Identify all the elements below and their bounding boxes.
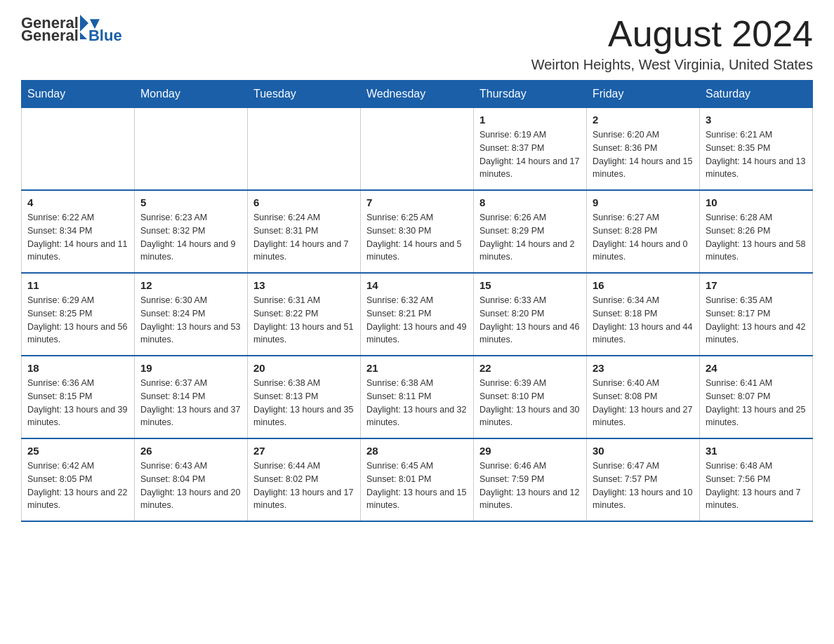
day-info: Sunrise: 6:34 AM Sunset: 8:18 PM Dayligh… xyxy=(593,294,694,347)
table-row: 21Sunrise: 6:38 AM Sunset: 8:11 PM Dayli… xyxy=(361,356,474,438)
day-info: Sunrise: 6:19 AM Sunset: 8:37 PM Dayligh… xyxy=(479,128,581,181)
day-number: 24 xyxy=(706,362,807,374)
day-info: Sunrise: 6:47 AM Sunset: 7:57 PM Dayligh… xyxy=(593,459,694,512)
table-row: 6Sunrise: 6:24 AM Sunset: 8:31 PM Daylig… xyxy=(248,190,361,273)
day-number: 21 xyxy=(366,362,468,374)
table-row: 10Sunrise: 6:28 AM Sunset: 8:26 PM Dayli… xyxy=(700,190,813,273)
table-row: 29Sunrise: 6:46 AM Sunset: 7:59 PM Dayli… xyxy=(474,438,587,521)
day-info: Sunrise: 6:39 AM Sunset: 8:10 PM Dayligh… xyxy=(479,377,581,429)
day-number: 30 xyxy=(593,445,694,457)
table-row: 2Sunrise: 6:20 AM Sunset: 8:36 PM Daylig… xyxy=(587,108,700,191)
table-row: 15Sunrise: 6:33 AM Sunset: 8:20 PM Dayli… xyxy=(474,273,587,356)
day-number: 12 xyxy=(140,279,241,291)
logo-blue-text: Blue xyxy=(88,27,122,45)
col-wednesday: Wednesday xyxy=(361,81,474,108)
day-number: 9 xyxy=(593,196,694,208)
day-number: 25 xyxy=(27,445,128,457)
calendar-week-row: 11Sunrise: 6:29 AM Sunset: 8:25 PM Dayli… xyxy=(22,273,813,356)
table-row: 9Sunrise: 6:27 AM Sunset: 8:28 PM Daylig… xyxy=(587,190,700,273)
table-row: 18Sunrise: 6:36 AM Sunset: 8:15 PM Dayli… xyxy=(22,356,135,438)
day-info: Sunrise: 6:44 AM Sunset: 8:02 PM Dayligh… xyxy=(253,459,355,512)
day-number: 1 xyxy=(479,114,581,126)
title-area: August 2024 Weirton Heights, West Virgin… xyxy=(531,14,813,73)
table-row: 12Sunrise: 6:30 AM Sunset: 8:24 PM Dayli… xyxy=(135,273,248,356)
table-row: 13Sunrise: 6:31 AM Sunset: 8:22 PM Dayli… xyxy=(248,273,361,356)
col-saturday: Saturday xyxy=(700,81,813,108)
day-number: 3 xyxy=(706,114,807,126)
table-row: 26Sunrise: 6:43 AM Sunset: 8:04 PM Dayli… xyxy=(135,438,248,521)
table-row: 23Sunrise: 6:40 AM Sunset: 8:08 PM Dayli… xyxy=(587,356,700,438)
day-info: Sunrise: 6:21 AM Sunset: 8:35 PM Dayligh… xyxy=(706,128,807,181)
day-number: 6 xyxy=(253,196,355,208)
day-number: 20 xyxy=(253,362,355,374)
col-tuesday: Tuesday xyxy=(248,81,361,108)
day-info: Sunrise: 6:20 AM Sunset: 8:36 PM Dayligh… xyxy=(593,128,694,181)
table-row xyxy=(135,108,248,191)
day-number: 29 xyxy=(479,445,581,457)
table-row: 20Sunrise: 6:38 AM Sunset: 8:13 PM Dayli… xyxy=(248,356,361,438)
table-row: 25Sunrise: 6:42 AM Sunset: 8:05 PM Dayli… xyxy=(22,438,135,521)
logo-general-text2: General xyxy=(21,27,79,45)
day-number: 2 xyxy=(593,114,694,126)
day-number: 7 xyxy=(366,196,468,208)
table-row: 17Sunrise: 6:35 AM Sunset: 8:17 PM Dayli… xyxy=(700,273,813,356)
calendar-week-row: 25Sunrise: 6:42 AM Sunset: 8:05 PM Dayli… xyxy=(22,438,813,521)
location-title: Weirton Heights, West Virginia, United S… xyxy=(531,57,813,73)
day-info: Sunrise: 6:35 AM Sunset: 8:17 PM Dayligh… xyxy=(706,294,807,347)
table-row: 27Sunrise: 6:44 AM Sunset: 8:02 PM Dayli… xyxy=(248,438,361,521)
day-number: 4 xyxy=(27,196,128,208)
day-number: 15 xyxy=(479,279,581,291)
day-info: Sunrise: 6:22 AM Sunset: 8:34 PM Dayligh… xyxy=(27,211,128,264)
header: General General Blue August 2024 Weirton… xyxy=(21,14,813,73)
day-info: Sunrise: 6:40 AM Sunset: 8:08 PM Dayligh… xyxy=(593,377,694,429)
day-number: 17 xyxy=(706,279,807,291)
table-row: 1Sunrise: 6:19 AM Sunset: 8:37 PM Daylig… xyxy=(474,108,587,191)
logo-chevron-icon xyxy=(80,32,87,39)
day-info: Sunrise: 6:37 AM Sunset: 8:14 PM Dayligh… xyxy=(140,377,241,429)
day-number: 28 xyxy=(366,445,468,457)
day-number: 27 xyxy=(253,445,355,457)
day-number: 16 xyxy=(593,279,694,291)
day-number: 13 xyxy=(253,279,355,291)
day-number: 26 xyxy=(140,445,241,457)
table-row: 11Sunrise: 6:29 AM Sunset: 8:25 PM Dayli… xyxy=(22,273,135,356)
day-info: Sunrise: 6:23 AM Sunset: 8:32 PM Dayligh… xyxy=(140,211,241,264)
calendar-header-row: Sunday Monday Tuesday Wednesday Thursday… xyxy=(22,81,813,108)
day-number: 10 xyxy=(706,196,807,208)
calendar-week-row: 4Sunrise: 6:22 AM Sunset: 8:34 PM Daylig… xyxy=(22,190,813,273)
table-row: 30Sunrise: 6:47 AM Sunset: 7:57 PM Dayli… xyxy=(587,438,700,521)
table-row: 8Sunrise: 6:26 AM Sunset: 8:29 PM Daylig… xyxy=(474,190,587,273)
logo: General General Blue xyxy=(21,14,122,45)
col-sunday: Sunday xyxy=(22,81,135,108)
table-row: 4Sunrise: 6:22 AM Sunset: 8:34 PM Daylig… xyxy=(22,190,135,273)
day-info: Sunrise: 6:43 AM Sunset: 8:04 PM Dayligh… xyxy=(140,459,241,512)
day-info: Sunrise: 6:38 AM Sunset: 8:13 PM Dayligh… xyxy=(253,377,355,429)
table-row: 31Sunrise: 6:48 AM Sunset: 7:56 PM Dayli… xyxy=(700,438,813,521)
table-row: 16Sunrise: 6:34 AM Sunset: 8:18 PM Dayli… xyxy=(587,273,700,356)
day-info: Sunrise: 6:48 AM Sunset: 7:56 PM Dayligh… xyxy=(706,459,807,512)
col-friday: Friday xyxy=(587,81,700,108)
day-info: Sunrise: 6:30 AM Sunset: 8:24 PM Dayligh… xyxy=(140,294,241,347)
table-row: 24Sunrise: 6:41 AM Sunset: 8:07 PM Dayli… xyxy=(700,356,813,438)
day-number: 11 xyxy=(27,279,128,291)
col-thursday: Thursday xyxy=(474,81,587,108)
day-info: Sunrise: 6:38 AM Sunset: 8:11 PM Dayligh… xyxy=(366,377,468,429)
day-number: 23 xyxy=(593,362,694,374)
day-info: Sunrise: 6:29 AM Sunset: 8:25 PM Dayligh… xyxy=(27,294,128,347)
table-row xyxy=(361,108,474,191)
day-info: Sunrise: 6:32 AM Sunset: 8:21 PM Dayligh… xyxy=(366,294,468,347)
day-info: Sunrise: 6:46 AM Sunset: 7:59 PM Dayligh… xyxy=(479,459,581,512)
day-info: Sunrise: 6:24 AM Sunset: 8:31 PM Dayligh… xyxy=(253,211,355,264)
table-row: 28Sunrise: 6:45 AM Sunset: 8:01 PM Dayli… xyxy=(361,438,474,521)
day-info: Sunrise: 6:36 AM Sunset: 8:15 PM Dayligh… xyxy=(27,377,128,429)
calendar-week-row: 18Sunrise: 6:36 AM Sunset: 8:15 PM Dayli… xyxy=(22,356,813,438)
day-info: Sunrise: 6:26 AM Sunset: 8:29 PM Dayligh… xyxy=(479,211,581,264)
table-row: 7Sunrise: 6:25 AM Sunset: 8:30 PM Daylig… xyxy=(361,190,474,273)
day-info: Sunrise: 6:42 AM Sunset: 8:05 PM Dayligh… xyxy=(27,459,128,512)
day-info: Sunrise: 6:41 AM Sunset: 8:07 PM Dayligh… xyxy=(706,377,807,429)
calendar-table: Sunday Monday Tuesday Wednesday Thursday… xyxy=(21,80,813,522)
calendar-week-row: 1Sunrise: 6:19 AM Sunset: 8:37 PM Daylig… xyxy=(22,108,813,191)
day-number: 19 xyxy=(140,362,241,374)
table-row: 14Sunrise: 6:32 AM Sunset: 8:21 PM Dayli… xyxy=(361,273,474,356)
table-row xyxy=(22,108,135,191)
